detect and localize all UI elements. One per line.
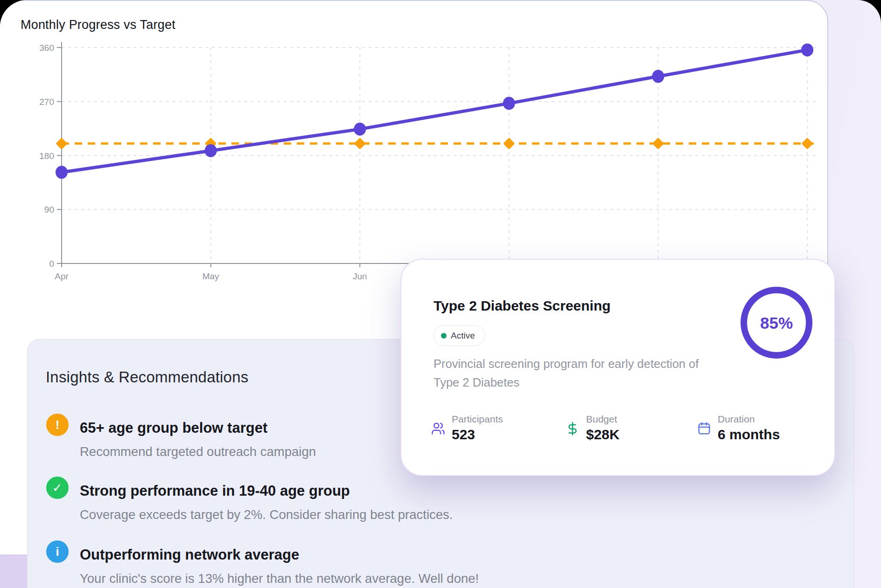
svg-text:Jun: Jun bbox=[353, 271, 367, 281]
stat-value: 523 bbox=[452, 427, 503, 443]
insights-heading: Insights & Recommendations bbox=[46, 368, 248, 386]
svg-text:May: May bbox=[203, 271, 219, 281]
status-dot-icon bbox=[441, 333, 447, 339]
program-detail-card[interactable]: Type 2 Diabetes Screening Active Provinc… bbox=[400, 259, 835, 476]
svg-text:180: 180 bbox=[39, 151, 54, 161]
warning-icon: ! bbox=[46, 414, 69, 436]
stat-participants: Participants 523 bbox=[431, 414, 503, 443]
stat-duration: Duration 6 months bbox=[697, 414, 780, 443]
svg-text:360: 360 bbox=[39, 43, 54, 53]
insight-title: Outperforming network average bbox=[80, 546, 299, 563]
stat-budget: Budget $28K bbox=[566, 414, 620, 443]
progress-ring: 85% bbox=[740, 286, 813, 360]
insight-description: Recommend targeted outreach campaign bbox=[80, 444, 316, 459]
svg-text:270: 270 bbox=[39, 97, 54, 107]
users-icon bbox=[431, 422, 445, 436]
insight-title: 65+ age group below target bbox=[80, 420, 267, 436]
program-description: Provincial screening program for early d… bbox=[434, 354, 723, 392]
svg-text:90: 90 bbox=[44, 205, 54, 214]
stat-label: Duration bbox=[718, 414, 780, 425]
svg-text:0: 0 bbox=[49, 259, 54, 269]
dashboard-page: Monthly Progress vs Target 090180270360A… bbox=[0, 0, 881, 588]
program-title: Type 2 Diabetes Screening bbox=[434, 298, 611, 314]
status-label: Active bbox=[451, 331, 475, 341]
calendar-icon bbox=[697, 422, 711, 436]
progress-percentage: 85% bbox=[760, 314, 793, 332]
dollar-icon bbox=[566, 422, 580, 436]
stat-value: $28K bbox=[586, 427, 620, 443]
info-icon: i bbox=[46, 540, 69, 563]
insight-description: Coverage exceeds target by 2%. Consider … bbox=[80, 507, 453, 522]
stat-label: Budget bbox=[586, 414, 620, 425]
stat-label: Participants bbox=[452, 414, 503, 425]
success-icon: ✓ bbox=[46, 477, 69, 499]
svg-text:Apr: Apr bbox=[55, 271, 69, 281]
insight-description: Your clinic's score is 13% higher than t… bbox=[80, 571, 479, 586]
insight-title: Strong performance in 19-40 age group bbox=[80, 483, 350, 499]
stat-value: 6 months bbox=[718, 427, 780, 443]
status-badge: Active bbox=[434, 325, 485, 346]
